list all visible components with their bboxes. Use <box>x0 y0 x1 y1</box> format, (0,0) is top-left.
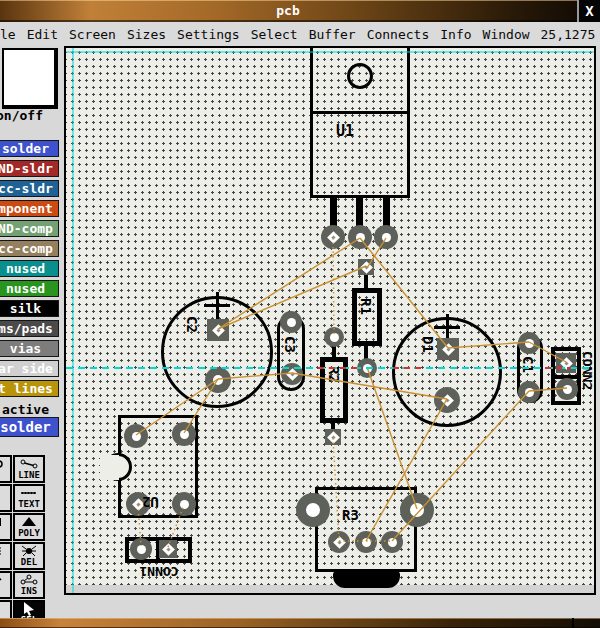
active-layer-label: active <box>2 402 49 417</box>
pin-u1-3[interactable] <box>374 225 398 249</box>
tool-label: DEL <box>21 557 37 567</box>
close-button[interactable]: X <box>577 0 600 22</box>
pin-u2-2[interactable] <box>172 422 196 446</box>
pin-c2-neg[interactable] <box>205 367 231 393</box>
component-label-r2: R2 <box>326 366 342 383</box>
bottom-bar-divider <box>572 618 574 628</box>
tool-delete-button[interactable]: DEL <box>13 542 45 570</box>
layer-button-gnd-sldr[interactable]: ND-sldr <box>0 160 59 177</box>
layer-button-pins-pads[interactable]: ms/pads <box>0 320 59 337</box>
tool-poly-button[interactable]: POLY <box>13 513 45 541</box>
menu-edit[interactable]: Edit <box>27 27 58 42</box>
pin-r3-3[interactable] <box>381 531 403 553</box>
pin-conn2-2[interactable] <box>556 378 578 400</box>
polygon-icon <box>20 516 38 527</box>
layer-button-solder[interactable]: solder <box>0 140 59 157</box>
pcb-application-window: pcb X le Edit Screen Sizes Settings Sele… <box>0 0 600 628</box>
pin-u1-1[interactable] <box>321 225 345 249</box>
title-bar[interactable]: pcb X <box>0 0 600 22</box>
component-r1-outline[interactable] <box>352 288 382 346</box>
menu-select[interactable]: Select <box>251 27 298 42</box>
menu-info[interactable]: Info <box>440 27 471 42</box>
pin-r2-2[interactable] <box>325 429 341 445</box>
pin-c1-2[interactable] <box>518 381 540 403</box>
component-r3-outline[interactable] <box>315 487 417 572</box>
tool-select-button-active[interactable]: SEL <box>13 600 45 618</box>
buffer-icon <box>0 545 3 556</box>
tool-label: LINE <box>18 470 40 480</box>
u1-leg <box>330 197 337 228</box>
onoff-label: on/off <box>0 108 43 123</box>
tool-label: INS <box>21 586 37 596</box>
tool-via-button[interactable]: A <box>0 455 12 483</box>
pin-conn1-2[interactable] <box>159 540 177 558</box>
menu-sizes[interactable]: Sizes <box>127 27 166 42</box>
menu-bar: le Edit Screen Sizes Settings Select Buf… <box>0 22 600 46</box>
pin-d1-neg[interactable] <box>434 387 460 413</box>
u1-leg <box>383 197 390 228</box>
pin-conn1-1[interactable] <box>130 538 152 560</box>
tool-line-button[interactable]: LINE <box>13 455 45 483</box>
pin-d1-pos[interactable] <box>437 338 459 360</box>
pin-r3-1[interactable] <box>328 531 350 553</box>
component-label-conn1: CONN1 <box>130 564 188 579</box>
component-u1-outline[interactable] <box>310 46 410 198</box>
off-board-strip <box>66 585 594 593</box>
tool-label: POLY <box>18 528 40 538</box>
pin-u1-2[interactable] <box>348 225 372 249</box>
menu-settings[interactable]: Settings <box>177 27 240 42</box>
tool-arc-button[interactable]: C <box>0 484 12 512</box>
component-label-c1: C1 <box>520 356 536 373</box>
pin-r3-right[interactable] <box>400 493 434 527</box>
u1-leg <box>356 197 363 228</box>
pcb-canvas[interactable]: U1 R1 R2 C2 C3 <box>64 46 596 595</box>
window-title: pcb <box>0 3 576 18</box>
menu-screen[interactable]: Screen <box>69 27 116 42</box>
pin-r1-1[interactable] <box>358 259 374 275</box>
component-label-u2: U2 <box>142 494 159 510</box>
board-preview-thumbnail[interactable] <box>2 48 58 109</box>
menu-file[interactable]: le <box>0 27 16 42</box>
tool-text-button[interactable]: TEXT <box>13 484 45 512</box>
rotate-icon <box>0 574 3 585</box>
pin-r3-2[interactable] <box>355 531 377 553</box>
menu-buffer[interactable]: Buffer <box>309 27 356 42</box>
pin-conn2-1[interactable] <box>556 353 576 373</box>
layer-button-gnd-comp[interactable]: ND-comp <box>0 220 59 237</box>
insert-point-icon <box>20 574 38 585</box>
layer-button-unused-2[interactable]: nused <box>0 280 59 297</box>
tool-thrm-button[interactable] <box>0 600 12 618</box>
pin-c1-1[interactable] <box>518 332 540 354</box>
tool-label: TEXT <box>18 499 40 509</box>
pin-u2-1[interactable] <box>124 424 148 448</box>
tool-insert-button[interactable]: INS <box>13 571 45 599</box>
tool-buf-button[interactable]: F <box>0 542 12 570</box>
layer-button-vcc-comp[interactable]: cc-comp <box>0 240 59 257</box>
layer-button-vcc-sldr[interactable]: cc-sldr <box>0 180 59 197</box>
pin-c3-1[interactable] <box>280 311 302 333</box>
tool-rect-button[interactable]: T <box>0 513 12 541</box>
layer-button-far-side[interactable]: ar side <box>0 360 59 377</box>
menu-connects[interactable]: Connects <box>367 27 430 42</box>
layer-button-rat-lines[interactable]: t lines <box>0 380 59 397</box>
layer-button-silk[interactable]: silk <box>0 300 59 317</box>
bottom-window-bar[interactable] <box>0 618 600 628</box>
layer-button-vias[interactable]: vias <box>0 340 59 357</box>
pin-c2-pos[interactable] <box>207 319 229 341</box>
layer-button-component[interactable]: mponent <box>0 200 59 217</box>
pin-r2-1[interactable] <box>324 327 344 347</box>
menu-window[interactable]: Window <box>483 27 530 42</box>
cursor-position-readout: 25,1275 <box>541 27 596 42</box>
via-icon <box>0 458 3 469</box>
layer-button-unused-1[interactable]: nused <box>0 260 59 277</box>
pin-u2-4[interactable] <box>172 492 196 516</box>
pin-r3-left[interactable] <box>296 493 330 527</box>
active-layer-indicator[interactable]: solder <box>0 417 59 437</box>
pin-r1-2[interactable] <box>357 358 377 378</box>
u1-divider-line <box>310 111 410 114</box>
tool-rot-button[interactable]: T <box>0 571 12 599</box>
sidebar: on/off solder ND-sldr cc-sldr mponent ND… <box>0 46 62 618</box>
component-label-d1: D1 <box>420 336 436 353</box>
component-label-r1: R1 <box>358 298 374 315</box>
pin-c3-2[interactable] <box>281 363 303 385</box>
